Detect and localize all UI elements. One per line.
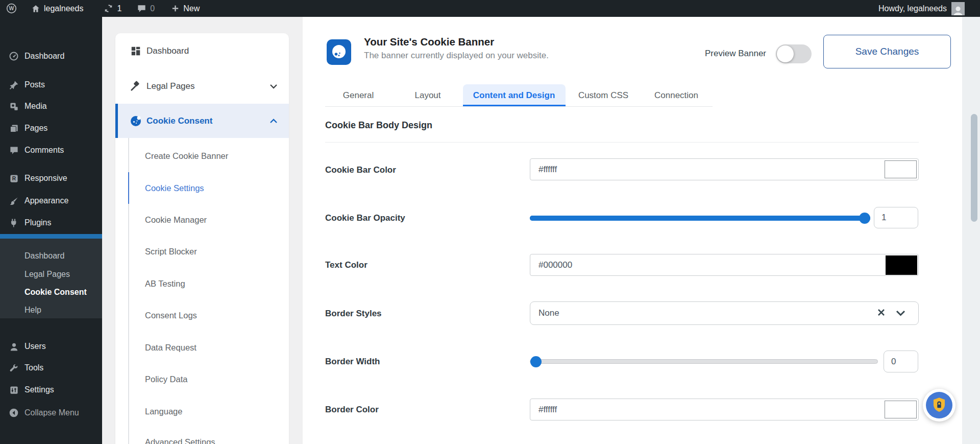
submenu-item-cookie-consent[interactable]: Cookie Consent <box>24 288 87 297</box>
sidebar-label: Appearance <box>24 196 68 205</box>
preview-banner-toggle[interactable] <box>776 44 812 63</box>
plugin-sidebar: Dashboard Legal Pages Cookie Consent Cre… <box>115 33 289 444</box>
tab-general[interactable]: General <box>343 84 374 106</box>
border-styles-select[interactable]: None <box>530 301 919 325</box>
account-menu[interactable]: Howdy, legalneeds <box>878 0 965 17</box>
sidebar-label: Plugins <box>24 218 51 227</box>
tabs-divider <box>325 106 713 107</box>
subnav-language[interactable]: Language <box>145 406 182 416</box>
comment-bubble-icon <box>137 4 146 13</box>
wordpress-menu[interactable]: W <box>3 0 20 17</box>
plugin-nav-dashboard[interactable]: Dashboard <box>115 33 289 69</box>
wp-legal-pages-submenu: Dashboard Legal Pages Cookie Consent Hel… <box>0 239 102 318</box>
cookie-bar-opacity-value[interactable]: 1 <box>874 207 918 228</box>
section-divider <box>325 142 919 143</box>
active-tab-underline <box>463 105 566 106</box>
tab-content-and-design[interactable]: Content and Design <box>473 84 555 106</box>
text-color-swatch[interactable] <box>886 255 917 275</box>
sidebar-label: Tools <box>24 363 43 372</box>
cookie-consent-submenu: Create Cookie Banner Cookie Settings Coo… <box>115 138 289 444</box>
border-width-value[interactable]: 0 <box>884 350 918 372</box>
subnav-policy-data[interactable]: Policy Data <box>145 374 187 384</box>
slider-fill <box>530 216 870 221</box>
plugin-nav-cookie-consent[interactable]: Cookie Consent <box>115 104 289 138</box>
sidebar-item-settings[interactable]: Settings <box>0 379 102 401</box>
new-label: New <box>183 4 200 13</box>
brush-icon <box>8 196 19 206</box>
page-subtitle: The banner currently displayed on your w… <box>364 51 549 61</box>
page-scrollbar <box>962 17 980 444</box>
chevron-down-icon <box>270 84 278 89</box>
tab-connection[interactable]: Connection <box>654 84 698 106</box>
submenu-item-help[interactable]: Help <box>24 306 41 315</box>
subnav-script-blocker[interactable]: Script Blocker <box>145 246 197 256</box>
chevron-up-icon <box>270 119 278 124</box>
cookie-icon <box>129 115 142 127</box>
plugin-nav-label: Legal Pages <box>146 81 195 91</box>
update-count: 1 <box>117 4 121 13</box>
toggle-knob <box>777 45 794 62</box>
sidebar-item-dashboard[interactable]: Dashboard <box>0 45 102 67</box>
tab-custom-css[interactable]: Custom CSS <box>578 84 628 106</box>
updates-link[interactable]: 1 <box>101 0 125 17</box>
sidebar-item-users[interactable]: Users <box>0 336 102 357</box>
border-color-input[interactable]: #ffffff <box>530 399 919 420</box>
border-color-swatch[interactable] <box>885 401 917 418</box>
scrollbar-thumb[interactable] <box>971 114 977 222</box>
clear-selection-icon[interactable] <box>877 308 886 319</box>
plugin-nav-legal-pages[interactable]: Legal Pages <box>115 69 289 104</box>
cookie-bar-color-swatch[interactable] <box>885 160 917 178</box>
sidebar-label: Users <box>24 342 46 351</box>
subnav-consent-logs[interactable]: Consent Logs <box>145 310 197 320</box>
gavel-icon <box>129 81 142 92</box>
sidebar-item-comments[interactable]: Comments <box>0 139 102 161</box>
new-content-link[interactable]: New <box>168 0 203 17</box>
sidebar-label: Comments <box>24 146 64 155</box>
plugin-nav-label: Dashboard <box>146 46 189 56</box>
media-icon <box>8 102 19 111</box>
sidebar-item-pages[interactable]: Pages <box>0 118 102 139</box>
shield-lock-icon <box>926 392 952 418</box>
border-width-slider[interactable] <box>530 359 878 364</box>
sidebar-item-posts[interactable]: Posts <box>0 74 102 96</box>
svg-text:R: R <box>12 176 16 181</box>
text-color-label: Text Color <box>325 260 368 270</box>
page-title: Your Site's Cookie Banner <box>364 36 494 48</box>
slider-knob[interactable] <box>530 356 542 367</box>
tab-layout[interactable]: Layout <box>414 84 440 106</box>
subnav-ab-testing[interactable]: AB Testing <box>145 278 185 289</box>
section-title: Cookie Bar Body Design <box>325 120 432 131</box>
user-icon <box>8 342 19 352</box>
submenu-item-dashboard[interactable]: Dashboard <box>24 251 64 261</box>
slider-knob[interactable] <box>859 213 870 224</box>
collapse-menu-button[interactable]: Collapse Menu <box>0 402 102 424</box>
text-color-input[interactable]: #000000 <box>530 254 919 276</box>
sidebar-item-tools[interactable]: Tools <box>0 357 102 379</box>
plug-icon <box>8 218 19 228</box>
border-width-label: Border Width <box>325 357 380 367</box>
avatar <box>951 2 965 15</box>
privacy-lock-button[interactable] <box>923 389 955 422</box>
subnav-data-request[interactable]: Data Request <box>145 342 197 353</box>
subnav-advanced-settings[interactable]: Advanced Settings <box>145 437 215 444</box>
select-chevron-down-icon[interactable] <box>896 309 905 318</box>
subnav-cookie-settings[interactable]: Cookie Settings <box>145 183 204 193</box>
subnav-cookie-manager[interactable]: Cookie Manager <box>145 215 207 225</box>
site-name-link[interactable]: legalneeds <box>28 0 86 17</box>
svg-text:W: W <box>9 5 14 11</box>
cookie-bar-opacity-slider[interactable] <box>530 216 870 221</box>
sidebar-item-plugins[interactable]: Plugins <box>0 212 102 233</box>
home-icon <box>31 4 40 13</box>
wrench-icon <box>8 363 19 373</box>
subnav-create-cookie-banner[interactable]: Create Cookie Banner <box>145 151 228 161</box>
submenu-item-legal-pages[interactable]: Legal Pages <box>24 270 70 279</box>
sidebar-item-responsive[interactable]: R Responsive <box>0 168 102 189</box>
howdy-text: Howdy, legalneeds <box>878 4 947 13</box>
sidebar-item-media[interactable]: Media <box>0 96 102 117</box>
comments-link[interactable]: 0 <box>134 0 158 17</box>
cookie-bar-color-input[interactable]: #ffffff <box>530 158 919 180</box>
sidebar-item-appearance[interactable]: Appearance <box>0 190 102 212</box>
save-changes-button[interactable]: Save Changes <box>823 35 951 68</box>
wordpress-admin-screen: W legalneeds 1 0 New <box>0 0 980 444</box>
site-name: legalneeds <box>44 4 83 13</box>
